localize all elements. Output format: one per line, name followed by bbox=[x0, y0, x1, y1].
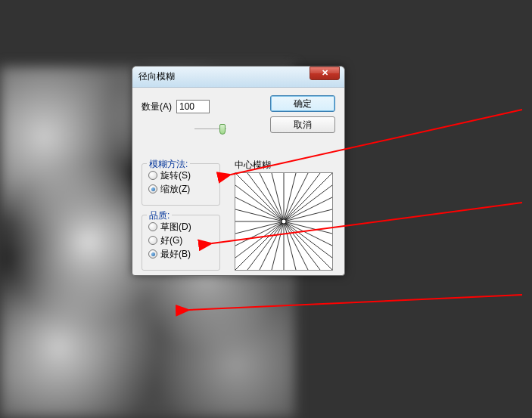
dialog-title: 径向模糊 bbox=[138, 70, 175, 83]
svg-line-11 bbox=[260, 221, 284, 270]
amount-label: 数量(A) bbox=[142, 101, 172, 113]
svg-line-16 bbox=[284, 221, 320, 270]
svg-line-17 bbox=[284, 221, 332, 270]
cancel-button[interactable]: 取消 bbox=[270, 116, 335, 133]
radial-blur-dialog: 径向模糊 ✕ 数量(A) 确定 取消 模糊方法: 旋转(S) bbox=[132, 66, 345, 276]
blur-center-label: 中心模糊 bbox=[235, 159, 271, 172]
svg-line-31 bbox=[284, 221, 332, 258]
blur-center-preview[interactable] bbox=[235, 172, 333, 271]
svg-line-2 bbox=[260, 173, 284, 221]
quality-legend: 品质: bbox=[147, 209, 172, 222]
svg-line-29 bbox=[284, 221, 332, 234]
svg-line-7 bbox=[284, 173, 320, 221]
svg-line-15 bbox=[284, 221, 308, 270]
ok-button[interactable]: 确定 bbox=[270, 95, 335, 112]
close-button[interactable]: ✕ bbox=[310, 67, 340, 80]
svg-line-18 bbox=[235, 185, 284, 221]
svg-line-30 bbox=[284, 221, 332, 246]
radio-quality-good[interactable]: 好(G) bbox=[148, 234, 213, 247]
method-legend: 模糊方法: bbox=[147, 158, 190, 171]
svg-line-23 bbox=[235, 221, 284, 246]
radio-label: 草图(D) bbox=[160, 221, 191, 234]
svg-line-12 bbox=[272, 221, 284, 270]
radio-label: 缩放(Z) bbox=[160, 183, 190, 196]
svg-line-14 bbox=[284, 221, 296, 270]
svg-line-10 bbox=[247, 221, 284, 270]
amount-input[interactable] bbox=[176, 100, 210, 113]
svg-line-6 bbox=[284, 173, 308, 221]
svg-point-32 bbox=[282, 219, 286, 224]
radio-icon bbox=[148, 171, 157, 180]
blur-method-group: 模糊方法: 旋转(S) 缩放(Z) bbox=[142, 163, 220, 206]
radio-label: 旋转(S) bbox=[160, 169, 191, 182]
svg-line-3 bbox=[272, 173, 284, 221]
radio-icon bbox=[148, 222, 157, 231]
radio-method-zoom[interactable]: 缩放(Z) bbox=[148, 182, 213, 196]
svg-line-5 bbox=[284, 173, 296, 221]
dialog-body: 数量(A) 确定 取消 模糊方法: 旋转(S) 缩放(Z) 品质: bbox=[132, 88, 344, 275]
dialog-titlebar[interactable]: 径向模糊 ✕ bbox=[132, 67, 344, 88]
svg-line-0 bbox=[235, 173, 284, 221]
close-icon: ✕ bbox=[322, 68, 328, 78]
radio-icon bbox=[148, 236, 157, 245]
svg-line-1 bbox=[247, 173, 284, 221]
quality-group: 品质: 草图(D) 好(G) 最好(B) bbox=[142, 215, 220, 271]
svg-line-27 bbox=[284, 209, 332, 221]
radio-icon bbox=[148, 249, 157, 259]
svg-line-19 bbox=[235, 197, 284, 221]
radio-icon bbox=[148, 184, 157, 194]
svg-line-9 bbox=[235, 221, 284, 270]
svg-line-26 bbox=[284, 197, 332, 221]
amount-slider-thumb[interactable] bbox=[219, 124, 226, 135]
radio-quality-best[interactable]: 最好(B) bbox=[148, 247, 213, 261]
svg-line-25 bbox=[284, 185, 332, 221]
svg-line-8 bbox=[284, 173, 332, 221]
svg-line-20 bbox=[235, 209, 284, 221]
radio-label: 最好(B) bbox=[160, 248, 191, 261]
radio-label: 好(G) bbox=[160, 234, 182, 247]
zoom-rays-icon bbox=[235, 173, 332, 270]
svg-line-24 bbox=[235, 221, 284, 258]
svg-line-22 bbox=[235, 221, 284, 234]
